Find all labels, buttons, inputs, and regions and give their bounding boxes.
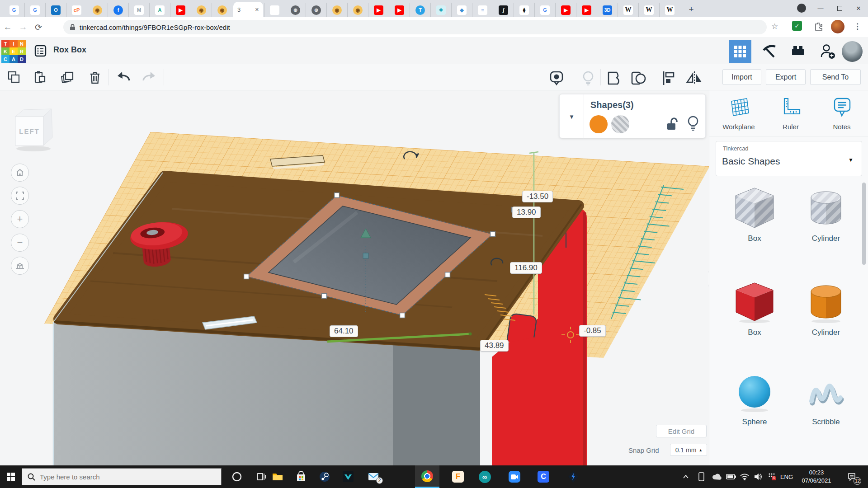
view-cube[interactable]: LEFT	[12, 107, 55, 152]
undo-icon[interactable]	[116, 70, 131, 85]
maximize-button[interactable]	[830, 0, 849, 16]
zoom-out-button[interactable]: −	[11, 234, 29, 252]
notification-center-button[interactable]: 12	[842, 465, 862, 488]
ruler-tool[interactable]: Ruler	[767, 97, 814, 131]
zoom-in-button[interactable]: +	[11, 210, 29, 228]
forward-button[interactable]: →	[15, 22, 31, 32]
browser-tab[interactable]: ▶	[576, 3, 597, 17]
paste-icon[interactable]	[33, 70, 47, 84]
new-tab-button[interactable]: +	[684, 3, 698, 16]
edit-grid-button[interactable]: Edit Grid	[656, 425, 707, 437]
browser-tab[interactable]: G	[24, 3, 45, 17]
browser-tab[interactable]: ▶	[389, 3, 410, 17]
browser-tab[interactable]: ❖	[430, 3, 451, 17]
ms-store-button[interactable]	[290, 465, 312, 488]
align-icon[interactable]	[661, 70, 675, 86]
brick-icon[interactable]	[790, 43, 806, 58]
dimension-input[interactable]: 116.90	[510, 262, 542, 274]
predator-button[interactable]	[337, 465, 359, 488]
file-explorer-button[interactable]	[267, 465, 288, 488]
minecraft-pickaxe-icon[interactable]	[761, 43, 777, 58]
shape-library-select[interactable]: Tinkercad Basic Shapes ▼	[716, 141, 862, 176]
dashboard-grid-button[interactable]	[729, 40, 751, 63]
browser-tab[interactable]: O	[45, 3, 66, 17]
shape-cylinder-hole[interactable]: Cylinder	[799, 186, 853, 243]
bookmark-star-icon[interactable]: ☆	[771, 22, 778, 31]
shape-box-solid[interactable]: Box	[727, 280, 782, 337]
color-swatch-hole[interactable]	[611, 115, 629, 133]
workplane-view-button[interactable]	[11, 257, 29, 275]
browser-tab[interactable]	[264, 3, 285, 17]
zoom-button[interactable]	[503, 465, 526, 488]
lightbulb-icon[interactable]	[581, 70, 595, 86]
dimension-input[interactable]: -0.85	[579, 325, 606, 337]
browser-tab[interactable]: ∫	[493, 3, 514, 17]
flip-mirror-icon[interactable]	[685, 70, 703, 86]
browser-tab[interactable]: W	[659, 3, 680, 17]
send-to-button[interactable]: Send To	[810, 69, 861, 85]
delete-icon[interactable]	[88, 70, 102, 85]
dimension-input[interactable]: 64.10	[330, 325, 358, 337]
browser-tab[interactable]: ▶	[170, 3, 191, 17]
unlock-icon[interactable]	[666, 117, 679, 131]
add-person-icon[interactable]	[819, 43, 835, 59]
redo-icon[interactable]	[142, 70, 157, 85]
steam-button[interactable]	[314, 465, 335, 488]
fit-view-button[interactable]	[11, 187, 29, 205]
browser-tab[interactable]: M	[128, 3, 149, 17]
bulb-icon[interactable]	[686, 115, 700, 131]
shape-scribble[interactable]: Scribble	[799, 371, 853, 427]
snap-grid-select[interactable]: 0.1 mm ▴	[670, 444, 707, 456]
mail-button[interactable]: 2	[362, 465, 385, 488]
tab-close-icon[interactable]: ✕	[255, 7, 259, 13]
shape-cylinder-solid[interactable]: Cylinder	[799, 280, 853, 337]
taskbar-search[interactable]	[22, 468, 222, 485]
close-button[interactable]: ✕	[849, 0, 868, 16]
browser-tab[interactable]: cP	[66, 3, 87, 17]
tinkercad-logo[interactable]: T I N K E R C A D	[1, 40, 26, 63]
reload-button[interactable]: ⟳	[31, 22, 46, 33]
group-icon[interactable]	[606, 70, 621, 86]
browser-tab[interactable]: ⊕	[306, 3, 326, 17]
fusion360-button[interactable]: F	[447, 465, 469, 488]
3d-viewport[interactable]	[0, 90, 709, 465]
browser-tab[interactable]: A	[149, 3, 170, 17]
browser-tab[interactable]: ◉	[191, 3, 212, 17]
your-phone-icon[interactable]	[694, 465, 708, 488]
address-bar[interactable]: tinkercad.com/things/9FBOR1eSGpR-rox-box…	[63, 20, 767, 34]
browser-tab[interactable]: ◆	[451, 3, 472, 17]
browser-tab[interactable]: ⊕	[285, 3, 306, 17]
color-swatch-solid[interactable]	[590, 115, 608, 133]
browser-tab[interactable]: ◉	[347, 3, 368, 17]
browser-tab[interactable]: ◉	[212, 3, 232, 17]
onedrive-icon[interactable]	[710, 465, 723, 488]
wifi-icon[interactable]	[738, 465, 751, 488]
browser-profile-badge[interactable]	[792, 0, 811, 16]
import-button[interactable]: Import	[722, 69, 761, 85]
taskbar-clock[interactable]: 00:23 07/06/2021	[795, 469, 838, 485]
chrome-button[interactable]	[415, 465, 439, 488]
volume-icon[interactable]	[751, 465, 765, 488]
clipchamp-button[interactable]: C	[532, 465, 555, 488]
browser-tab[interactable]: ◉	[87, 3, 108, 17]
ungroup-icon[interactable]	[630, 70, 646, 86]
cortana-button[interactable]	[226, 465, 248, 488]
browser-tab[interactable]: ▶	[368, 3, 389, 17]
duplicate-icon[interactable]	[60, 70, 75, 85]
browser-tab[interactable]: W	[638, 3, 659, 17]
dimension-input[interactable]: 13.90	[512, 206, 541, 218]
arduino-button[interactable]: ∞	[473, 465, 496, 488]
back-button[interactable]: ←	[0, 22, 15, 32]
browser-tab[interactable]: G	[534, 3, 555, 17]
browser-tab[interactable]: T	[410, 3, 430, 17]
export-button[interactable]: Export	[766, 69, 806, 85]
browser-tab[interactable]: f	[108, 3, 128, 17]
home-view-button[interactable]	[11, 164, 29, 182]
workplane-tool[interactable]: Workplane	[715, 97, 762, 131]
print-queue-icon[interactable]: 4	[765, 465, 778, 488]
browser-tab[interactable]: W	[618, 3, 638, 17]
shape-sphere[interactable]: Sphere	[727, 371, 782, 427]
minimize-button[interactable]: —	[811, 0, 830, 16]
browser-tab[interactable]: ≡	[472, 3, 493, 17]
extension-check-icon[interactable]: ✓	[792, 21, 802, 31]
